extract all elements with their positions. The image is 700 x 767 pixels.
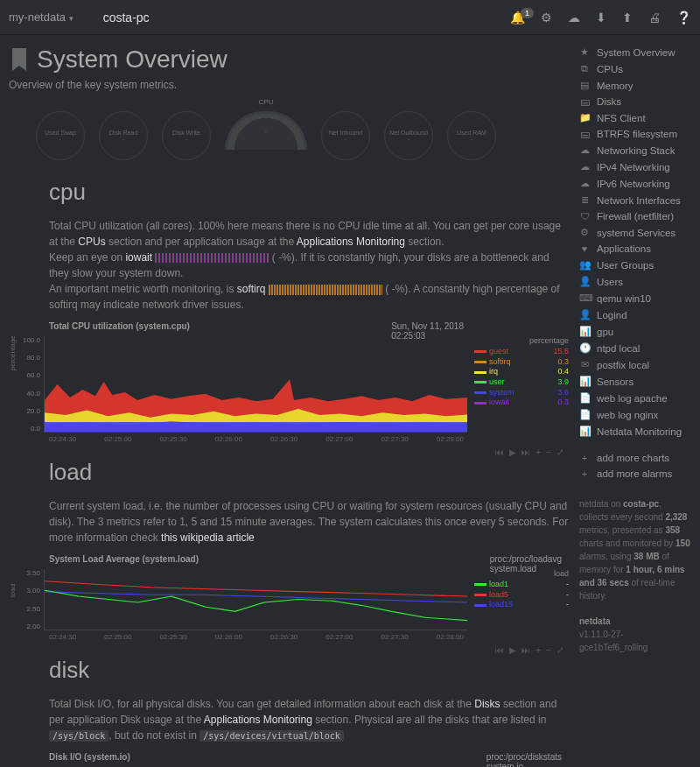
legend-row[interactable]: softirq0.3 — [474, 357, 569, 368]
path-sys-block: /sys/block — [49, 730, 108, 742]
sidebar-item-btrfs-filesystem[interactable]: 🖴BTRFS filesystem — [576, 126, 696, 142]
chart-cpu[interactable]: Total CPU utilization (system.cpu) Sun, … — [49, 321, 569, 443]
sidebar: ★System Overview⧉CPUs▤Memory🖴Disks📁NFS C… — [572, 35, 700, 767]
plus-icon[interactable]: + — [536, 447, 541, 457]
chart-title: Total CPU utilization (system.cpu) — [49, 321, 569, 331]
sidebar-item-label: Netdata Monitoring — [597, 426, 682, 437]
sidebar-item-users[interactable]: 👤Users — [576, 273, 696, 290]
sidebar-item-label: CPUs — [597, 64, 623, 74]
rewind-icon[interactable]: ⏮ — [495, 447, 504, 457]
forward-icon[interactable]: ⏭ — [522, 447, 530, 457]
chart-controls[interactable]: ⏮ ▶ ⏭ + − ⤢ — [495, 447, 564, 457]
chart-disk[interactable]: Disk I/O (system.io) proc:/proc/diskstat… — [49, 752, 569, 762]
minus-icon[interactable]: − — [546, 645, 551, 655]
legend-row[interactable]: irq0.4 — [474, 367, 569, 377]
sidebar-item-networking-stack[interactable]: ☁Networking Stack — [576, 142, 696, 158]
legend-row[interactable]: load15- — [474, 600, 569, 610]
sidebar-item-memory[interactable]: ▤Memory — [576, 77, 696, 94]
sidebar-item-postfix-local[interactable]: ✉postfix local — [576, 356, 696, 373]
brand-dropdown[interactable]: my-netdata ▾ — [9, 11, 77, 24]
link-disks[interactable]: Disks — [474, 698, 500, 710]
sidebar-item-ipv6-networking[interactable]: ☁IPv6 Networking — [576, 175, 696, 192]
chart-plot-area[interactable] — [44, 569, 467, 630]
plus-icon[interactable]: + — [536, 645, 541, 655]
add-charts-button[interactable]: + add more charts — [576, 450, 696, 466]
gauge-cpu[interactable]: CPU- — [222, 109, 310, 152]
legend-row[interactable]: load5- — [474, 590, 569, 601]
sidebar-icon: ★ — [579, 46, 590, 58]
sidebar-item-gpu[interactable]: 📊gpu — [576, 323, 696, 340]
alarms-icon[interactable]: 🔔1 — [510, 11, 525, 25]
download-icon[interactable]: ⬇ — [596, 11, 606, 25]
chart-legend: load load1-load5-load15- — [467, 569, 569, 630]
upload-icon[interactable]: ⬆ — [622, 11, 633, 25]
sidebar-item-label: Networking Stack — [597, 145, 675, 156]
play-icon[interactable]: ▶ — [509, 645, 516, 655]
rewind-icon[interactable]: ⏮ — [495, 645, 504, 655]
legend-row[interactable]: iowait0.3 — [474, 398, 569, 408]
chart-controls[interactable]: ⏮ ▶ ⏭ + − ⤢ — [495, 645, 564, 655]
sidebar-icon: 👥 — [579, 259, 590, 271]
gauge-net-in[interactable]: Net Inbound- — [318, 109, 373, 163]
sidebar-icon: 📄 — [579, 409, 590, 420]
link-app-monitoring-2[interactable]: Applications Monitoring — [204, 714, 312, 726]
sidebar-item-logind[interactable]: 👤Logind — [576, 306, 696, 323]
sidebar-icon: ≣ — [579, 194, 590, 206]
legend-row[interactable]: load1- — [474, 580, 569, 590]
gauge-disk-write[interactable]: Disk Write- — [159, 109, 214, 163]
sidebar-item-cpus[interactable]: ⧉CPUs — [576, 60, 696, 77]
sidebar-item-label: IPv6 Networking — [597, 179, 670, 189]
sidebar-item-ntpd-local[interactable]: 🕐ntpd local — [576, 340, 696, 356]
legend-row[interactable]: system3.6 — [474, 388, 569, 398]
chart-plot-area[interactable] — [44, 336, 467, 433]
gauge-disk-read[interactable]: Disk Read- — [96, 109, 150, 163]
gauge-net-out[interactable]: Net Outbound- — [382, 109, 436, 163]
sidebar-item-web-log-nginx[interactable]: 📄web log nginx — [576, 406, 696, 423]
sidebar-item-ipv4-networking[interactable]: ☁IPv4 Networking — [576, 158, 696, 175]
sidebar-item-label: qemu win10 — [597, 293, 651, 304]
sidebar-item-network-interfaces[interactable]: ≣Network Interfaces — [576, 192, 696, 208]
sidebar-item-system-overview[interactable]: ★System Overview — [576, 44, 696, 60]
forward-icon[interactable]: ⏭ — [522, 645, 530, 655]
print-icon[interactable]: 🖨 — [648, 11, 661, 25]
sidebar-item-label: web log apache — [597, 393, 668, 404]
sidebar-item-netdata-monitoring[interactable]: 📊Netdata Monitoring — [576, 423, 696, 440]
gauge-used-ram[interactable]: Used RAM- — [444, 109, 499, 163]
sidebar-icon: 🛡 — [579, 211, 590, 222]
gauge-used-swap[interactable]: Used Swap- — [33, 109, 88, 163]
sidebar-item-disks[interactable]: 🖴Disks — [576, 94, 696, 109]
resize-icon[interactable]: ⤢ — [556, 447, 564, 457]
legend-row[interactable]: user3.9 — [474, 377, 569, 388]
sidebar-item-qemu-win10[interactable]: ⌨qemu win10 — [576, 290, 696, 306]
link-cpus[interactable]: CPUs — [78, 236, 105, 248]
sidebar-item-systemd-services[interactable]: ⚙systemd Services — [576, 224, 696, 241]
sidebar-icon: ♥ — [579, 243, 590, 254]
sidebar-item-applications[interactable]: ♥Applications — [576, 241, 696, 257]
plus-icon: + — [579, 453, 590, 463]
chart-source: proc:/proc/diskstats system.io — [486, 752, 562, 767]
sidebar-item-nfs-client[interactable]: 📁NFS Client — [576, 109, 696, 126]
help-icon[interactable]: ❔ — [676, 11, 691, 25]
sidebar-item-label: systemd Services — [597, 228, 676, 238]
sidebar-item-web-log-apache[interactable]: 📄web log apache — [576, 390, 696, 406]
chart-load[interactable]: System Load Average (system.load) proc:/… — [49, 554, 569, 641]
play-icon[interactable]: ▶ — [509, 447, 516, 457]
add-alarms-button[interactable]: + add more alarms — [576, 466, 696, 482]
sidebar-item-label: Sensors — [597, 376, 634, 387]
disk-desc: Total Disk I/O, for all physical disks. … — [49, 696, 569, 743]
settings-icon[interactable]: ⚙ — [541, 11, 552, 25]
cloud-icon[interactable]: ☁ — [568, 11, 580, 25]
sidebar-item-sensors[interactable]: 📊Sensors — [576, 373, 696, 390]
resize-icon[interactable]: ⤢ — [556, 645, 564, 655]
sidebar-icon: ⌨ — [579, 292, 590, 304]
minus-icon[interactable]: − — [546, 447, 551, 457]
sidebar-item-label: Network Interfaces — [597, 195, 681, 206]
sidebar-item-label: Memory — [597, 81, 634, 91]
sidebar-item-user-groups[interactable]: 👥User Groups — [576, 257, 696, 273]
sidebar-item-label: postfix local — [597, 360, 649, 370]
legend-row[interactable]: guest15.5 — [474, 347, 569, 357]
link-wikipedia[interactable]: this wikipedia article — [161, 531, 255, 544]
sidebar-item-label: User Groups — [597, 260, 654, 271]
link-app-monitoring[interactable]: Applications Monitoring — [297, 236, 405, 248]
sidebar-item-firewall-netfilter-[interactable]: 🛡Firewall (netfilter) — [576, 208, 696, 224]
